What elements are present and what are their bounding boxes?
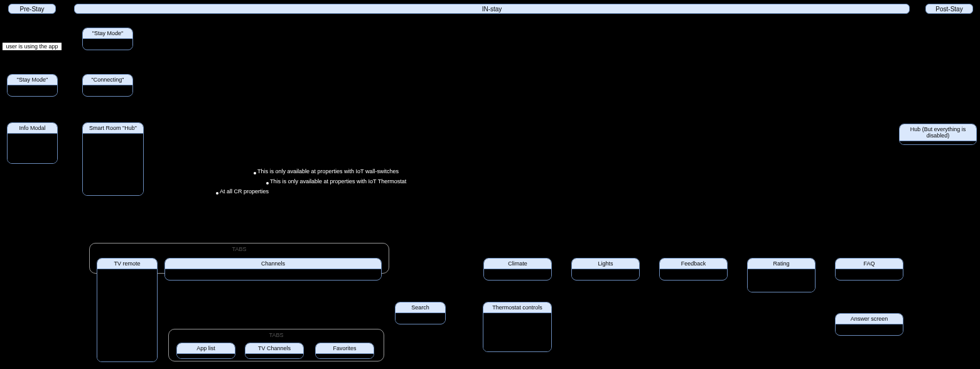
card-title: Info Modal xyxy=(8,123,57,134)
card-body xyxy=(836,324,903,333)
card-title: Answer screen xyxy=(836,314,903,324)
card-body xyxy=(572,269,639,278)
bullet-icon xyxy=(216,192,218,195)
card-body xyxy=(316,354,374,359)
phase-label: IN-stay xyxy=(482,6,502,13)
card-body xyxy=(483,313,551,352)
card-body xyxy=(83,39,132,48)
card-body xyxy=(836,269,903,278)
card-title: "Stay Mode" xyxy=(8,75,57,85)
card-body xyxy=(748,269,815,292)
card-search[interactable]: Search xyxy=(395,302,446,324)
card-climate[interactable]: Climate xyxy=(483,258,552,281)
card-body xyxy=(900,141,976,145)
card-title: Climate xyxy=(484,259,551,269)
card-title: Lights xyxy=(572,259,639,269)
tabs-label: TABS xyxy=(89,246,389,252)
card-title: Smart Room "Hub" xyxy=(83,123,143,134)
card-body xyxy=(660,269,727,278)
card-app-list[interactable]: App list xyxy=(176,343,235,359)
card-title: "Connecting" xyxy=(83,75,132,85)
card-body xyxy=(97,269,157,362)
card-stay-mode-pre[interactable]: "Stay Mode" xyxy=(7,74,58,97)
card-title: TV Channels xyxy=(245,343,303,354)
card-title: TV remote xyxy=(97,259,157,269)
card-body xyxy=(245,354,303,359)
phase-post-stay: Post-Stay xyxy=(925,4,973,14)
card-smart-room-hub[interactable]: Smart Room "Hub" xyxy=(82,122,144,196)
card-body xyxy=(165,269,381,278)
card-thermostat-controls[interactable]: Thermostat controls xyxy=(483,302,552,352)
note-all-properties: At all CR properties xyxy=(220,188,269,195)
card-connecting[interactable]: "Connecting" xyxy=(82,74,133,97)
card-title: "Stay Mode" xyxy=(83,28,132,39)
card-favorites[interactable]: Favorites xyxy=(315,343,374,359)
card-stay-mode-instay[interactable]: "Stay Mode" xyxy=(82,28,133,50)
card-answer-screen[interactable]: Answer screen xyxy=(835,313,903,336)
card-body xyxy=(8,134,57,164)
card-body xyxy=(8,85,57,94)
phase-label: Pre-Stay xyxy=(20,6,45,13)
note-text: user is using the app xyxy=(6,43,58,50)
phase-pre-stay: Pre-Stay xyxy=(8,4,56,14)
card-feedback[interactable]: Feedback xyxy=(659,258,728,281)
card-tv-channels[interactable]: TV Channels xyxy=(245,343,304,359)
card-channels[interactable]: Channels xyxy=(164,258,382,281)
card-info-modal[interactable]: Info Modal xyxy=(7,122,58,164)
card-title: Hub (But everything is disabled) xyxy=(900,124,976,141)
card-title: Channels xyxy=(165,259,381,269)
phase-label: Post-Stay xyxy=(935,6,962,13)
card-rating[interactable]: Rating xyxy=(747,258,816,292)
card-hub-disabled[interactable]: Hub (But everything is disabled) xyxy=(899,124,977,145)
card-faq[interactable]: FAQ xyxy=(835,258,903,281)
card-body xyxy=(396,313,445,322)
card-lights[interactable]: Lights xyxy=(571,258,640,281)
bullet-icon xyxy=(266,182,269,184)
phase-in-stay: IN-stay xyxy=(74,4,910,14)
card-body xyxy=(177,354,235,359)
card-title: Rating xyxy=(748,259,815,269)
card-title: Feedback xyxy=(660,259,727,269)
card-tv-remote[interactable]: TV remote xyxy=(97,258,158,362)
card-body xyxy=(484,269,551,278)
card-title: FAQ xyxy=(836,259,903,269)
card-body xyxy=(83,85,132,94)
bullet-icon xyxy=(254,172,256,174)
card-title: Search xyxy=(396,302,445,313)
card-body xyxy=(83,134,143,196)
note-wall-switches: This is only available at properties wit… xyxy=(257,168,399,174)
tabs-label: TABS xyxy=(168,332,384,338)
note-user-using-app: user is using the app xyxy=(2,42,62,51)
card-title: Favorites xyxy=(316,343,374,354)
card-title: App list xyxy=(177,343,235,354)
note-thermostat: This is only available at properties wit… xyxy=(270,178,406,184)
card-title: Thermostat controls xyxy=(483,302,551,313)
